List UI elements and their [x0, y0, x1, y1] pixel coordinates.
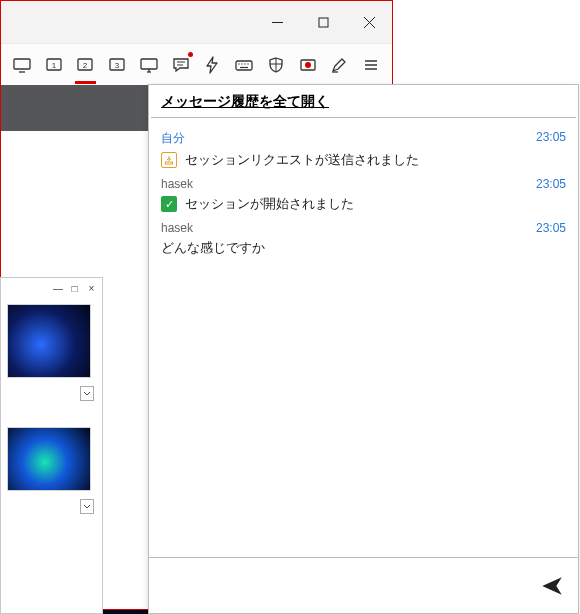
svg-rect-4: [14, 59, 30, 69]
mini-maximize-button[interactable]: □: [70, 283, 79, 294]
window-close-button[interactable]: [346, 1, 392, 43]
svg-point-26: [305, 62, 311, 68]
svg-text:1: 1: [51, 60, 56, 69]
chat-sender-label: hasek: [161, 177, 193, 191]
pen-icon[interactable]: [325, 50, 355, 80]
chat-message: 自分 23:05 セッションリクエストが送信されました: [161, 130, 566, 169]
svg-point-19: [241, 63, 242, 64]
chat-message: hasek 23:05 ✓ セッションが開始されました: [161, 177, 566, 213]
svg-rect-12: [141, 59, 157, 69]
chat-timestamp: 23:05: [536, 221, 566, 235]
flash-icon[interactable]: [198, 50, 228, 80]
chat-message-list: 自分 23:05 セッションリクエストが送信されました hasek 23:05 …: [149, 118, 578, 557]
mini-close-button[interactable]: ×: [87, 283, 96, 294]
window-maximize-button[interactable]: [300, 1, 346, 43]
svg-rect-31: [166, 162, 173, 164]
monitor-all-icon[interactable]: [7, 50, 37, 80]
thumbnail-dropdown[interactable]: [80, 386, 94, 401]
chat-panel: メッセージ履歴を全て開く 自分 23:05 セッションリクエストが送信されました…: [148, 84, 579, 614]
screen-thumbnail[interactable]: [7, 304, 91, 378]
window-minimize-button[interactable]: [254, 1, 300, 43]
session-started-icon: ✓: [161, 196, 177, 212]
chat-sender-label: hasek: [161, 221, 193, 235]
svg-text:2: 2: [83, 60, 88, 69]
chat-message: hasek 23:05 どんな感じですか: [161, 221, 566, 257]
chat-input-bar: [149, 557, 578, 613]
chat-timestamp: 23:05: [536, 130, 566, 147]
shield-icon[interactable]: [261, 50, 291, 80]
send-button[interactable]: [538, 572, 566, 600]
session-request-icon: [161, 152, 177, 168]
notification-dot-icon: [188, 52, 193, 57]
svg-point-21: [247, 63, 248, 64]
open-all-history-link[interactable]: メッセージ履歴を全て開く: [161, 93, 329, 109]
titlebar: [1, 1, 392, 43]
chat-timestamp: 23:05: [536, 177, 566, 191]
screen-1-icon[interactable]: 1: [39, 50, 69, 80]
thumbnail-dropdown[interactable]: [80, 499, 94, 514]
menu-icon[interactable]: [356, 50, 386, 80]
screen-2-icon[interactable]: 2: [71, 50, 101, 80]
svg-rect-17: [236, 61, 252, 70]
keyboard-icon[interactable]: [229, 50, 259, 80]
chat-message-text: セッションが開始されました: [185, 195, 354, 213]
chat-input[interactable]: [161, 558, 528, 613]
chat-message-text: セッションリクエストが送信されました: [185, 151, 419, 169]
thumbnail-window: — □ ×: [0, 277, 103, 614]
thumbnail-window-titlebar: — □ ×: [1, 278, 102, 298]
svg-text:3: 3: [115, 60, 120, 69]
chat-message-text: どんな感じですか: [161, 239, 265, 257]
chat-icon[interactable]: [166, 50, 196, 80]
svg-point-20: [244, 63, 245, 64]
screen-thumbnail[interactable]: [7, 427, 91, 491]
display-icon[interactable]: [134, 50, 164, 80]
svg-rect-1: [319, 18, 328, 27]
screen-3-icon[interactable]: 3: [102, 50, 132, 80]
svg-point-18: [238, 63, 239, 64]
chat-sender-label: 自分: [161, 130, 185, 147]
toolbar: 1 2 3: [1, 43, 392, 85]
mini-minimize-button[interactable]: —: [53, 283, 62, 294]
record-icon[interactable]: [293, 50, 323, 80]
